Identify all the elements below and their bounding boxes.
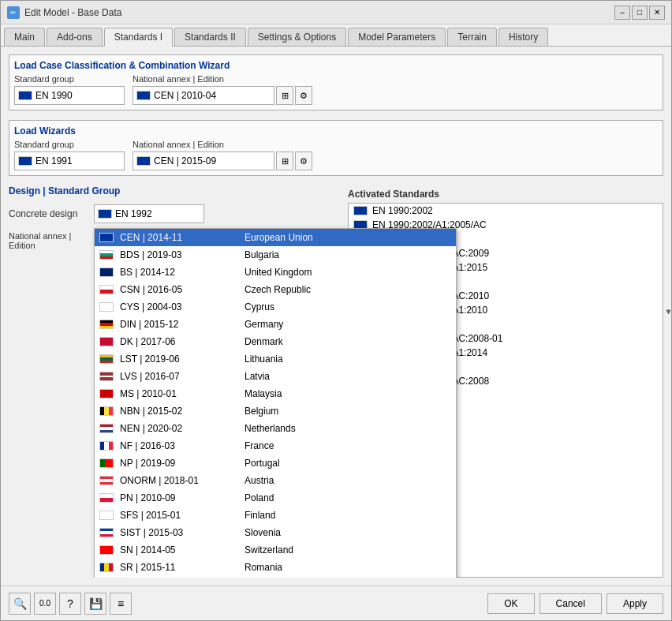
load-case-row: Standard group EN 1990 ▾ National annex … <box>14 74 658 105</box>
dropdown-code-0: CEN | 2014-11 <box>120 232 238 243</box>
dropdown-code-3: CSN | 2016-05 <box>120 284 238 295</box>
dropdown-item-18[interactable]: SN | 2014-05 Switzerland <box>95 541 456 559</box>
dropdown-flag-1 <box>99 250 114 260</box>
dropdown-flag-0 <box>99 233 114 242</box>
dropdown-item-1[interactable]: BDS | 2019-03 Bulgaria <box>95 246 456 264</box>
dropdown-flag-9 <box>99 389 114 398</box>
tab-model-parameters[interactable]: Model Parameters <box>348 28 446 46</box>
dropdown-item-11[interactable]: NEN | 2020-02 Netherlands <box>95 420 456 437</box>
apply-button[interactable]: Apply <box>607 593 663 614</box>
dropdown-item-3[interactable]: CSN | 2016-05 Czech Republic <box>95 281 456 298</box>
window-controls: – □ ✕ <box>614 6 665 20</box>
dropdown-code-17: SIST | 2015-03 <box>120 527 238 538</box>
load-wizards-standard-select[interactable]: EN 1991 ▾ <box>14 152 125 170</box>
list-tool-button[interactable]: ≡ <box>110 593 132 615</box>
tab-settings-options[interactable]: Settings & Options <box>248 28 346 46</box>
eu-flag-std-0 <box>353 206 368 215</box>
search-tool-button[interactable]: 🔍 <box>9 593 31 615</box>
dropdown-list: CEN | 2014-11 European Union BDS | 2019-… <box>94 228 457 578</box>
dropdown-code-1: BDS | 2019-03 <box>120 249 238 260</box>
dropdown-flag-14 <box>99 476 114 485</box>
window-title: Edit Model - Base Data <box>24 7 121 18</box>
dropdown-code-10: NBN | 2015-02 <box>120 406 238 417</box>
dropdown-code-19: SR | 2015-11 <box>120 562 238 573</box>
dropdown-item-6[interactable]: DK | 2017-06 Denmark <box>95 333 456 350</box>
dropdown-item-12[interactable]: NF | 2016-03 France <box>95 437 456 455</box>
filter-button-1[interactable]: ⊞ <box>276 86 293 105</box>
tab-standards-ii[interactable]: Standards II <box>174 28 246 46</box>
dropdown-flag-10 <box>99 406 114 416</box>
dropdown-country-0: European Union <box>245 232 313 243</box>
dropdown-flag-5 <box>99 320 114 329</box>
cancel-button[interactable]: Cancel <box>539 593 602 614</box>
minimize-button[interactable]: – <box>614 6 630 20</box>
eu-flag-3 <box>18 156 32 166</box>
dropdown-code-14: ONORM | 2018-01 <box>120 475 238 486</box>
help-tool-button[interactable]: ? <box>59 593 81 615</box>
dropdown-item-20[interactable]: SS Singapore | 2008-06 Singapore <box>95 576 456 578</box>
dropdown-code-8: LVS | 2016-07 <box>120 371 238 382</box>
dropdown-item-5[interactable]: DIN | 2015-12 Germany <box>95 316 456 333</box>
tab-bar: Main Add-ons Standards I Standards II Se… <box>1 24 671 47</box>
load-wizards-annex-select[interactable]: CEN | 2015-09 ▾ <box>133 152 274 170</box>
dropdown-flag-7 <box>99 354 114 364</box>
dropdown-code-12: NF | 2016-03 <box>120 440 238 451</box>
eu-flag-5 <box>98 209 112 219</box>
maximize-button[interactable]: □ <box>632 6 648 20</box>
ok-button[interactable]: OK <box>487 593 534 614</box>
close-button[interactable]: ✕ <box>649 6 665 20</box>
dropdown-country-12: France <box>245 440 274 451</box>
tab-history[interactable]: History <box>498 28 548 46</box>
tab-standards-i[interactable]: Standards I <box>104 28 173 47</box>
dropdown-item-14[interactable]: ONORM | 2018-01 Austria <box>95 472 456 489</box>
dropdown-item-9[interactable]: MS | 2010-01 Malaysia <box>95 385 456 402</box>
dropdown-flag-16 <box>99 511 114 520</box>
dropdown-item-10[interactable]: NBN | 2015-02 Belgium <box>95 402 456 420</box>
dropdown-item-7[interactable]: LST | 2019-06 Lithuania <box>95 350 456 368</box>
dropdown-item-0[interactable]: CEN | 2014-11 European Union <box>95 229 456 246</box>
concrete-select[interactable]: EN 1992 ▾ <box>94 204 204 223</box>
dropdown-flag-6 <box>99 337 114 346</box>
load-wizards-header: Load Wizards <box>14 125 658 137</box>
dropdown-container: CEN | 2014-11 ▾ ⊞ CEN | 2014-11 European… <box>94 228 255 247</box>
dropdown-flag-3 <box>99 285 114 294</box>
dropdown-item-15[interactable]: PN | 2010-09 Poland <box>95 489 456 507</box>
load-case-annex-value: CEN | 2010-04 <box>154 90 216 101</box>
dropdown-item-19[interactable]: SR | 2015-11 Romania <box>95 559 456 576</box>
dropdown-code-2: BS | 2014-12 <box>120 267 238 278</box>
bottom-bar: 🔍 0.0 ? 💾 ≡ OK Cancel Apply <box>1 585 671 620</box>
dropdown-item-16[interactable]: SFS | 2015-01 Finland <box>95 507 456 524</box>
filter-button-2[interactable]: ⊞ <box>276 152 293 170</box>
load-wizards-standard-group: Standard group EN 1991 ▾ <box>14 140 125 170</box>
national-annex-label-2: National annex | Edition <box>133 140 312 149</box>
dropdown-code-4: CYS | 2004-03 <box>120 301 238 312</box>
dropdown-item-13[interactable]: NP | 2019-09 Portugal <box>95 455 456 472</box>
dropdown-country-5: Germany <box>245 319 283 330</box>
load-case-standard-select[interactable]: EN 1990 ▾ <box>14 86 125 105</box>
coordinate-tool-button[interactable]: 0.0 <box>34 593 56 615</box>
dropdown-country-6: Denmark <box>245 336 283 347</box>
dropdown-item-8[interactable]: LVS | 2016-07 Latvia <box>95 368 456 385</box>
standard-group-label: Standard group <box>14 74 125 84</box>
dropdown-flag-15 <box>99 493 114 503</box>
standard-item-0[interactable]: EN 1990:2002 <box>349 204 663 218</box>
concrete-label: Concrete design <box>9 208 88 219</box>
tab-addons[interactable]: Add-ons <box>47 28 103 46</box>
dropdown-flag-19 <box>99 563 114 572</box>
tab-terrain[interactable]: Terrain <box>447 28 497 46</box>
dropdown-item-2[interactable]: BS | 2014-12 United Kingdom <box>95 264 456 281</box>
dropdown-country-18: Switzerland <box>245 544 293 556</box>
settings-button-2[interactable]: ⚙ <box>295 152 312 170</box>
dropdown-country-8: Latvia <box>245 371 270 382</box>
dropdown-item-17[interactable]: SIST | 2015-03 Slovenia <box>95 524 456 541</box>
dropdown-item-4[interactable]: CYS | 2004-03 Cyprus <box>95 298 456 316</box>
save-tool-button[interactable]: 💾 <box>84 593 106 615</box>
tab-main[interactable]: Main <box>4 28 45 46</box>
load-wizards-annex-value: CEN | 2015-09 <box>154 155 216 166</box>
design-annex-row: National annex | Edition CEN | 2014-11 ▾… <box>9 228 340 250</box>
load-case-annex-select[interactable]: CEN | 2010-04 ▾ <box>133 86 274 105</box>
dropdown-country-19: Romania <box>245 562 282 573</box>
dropdown-flag-13 <box>99 458 114 468</box>
dropdown-country-7: Lithuania <box>245 354 283 365</box>
settings-button-1[interactable]: ⚙ <box>295 86 312 105</box>
